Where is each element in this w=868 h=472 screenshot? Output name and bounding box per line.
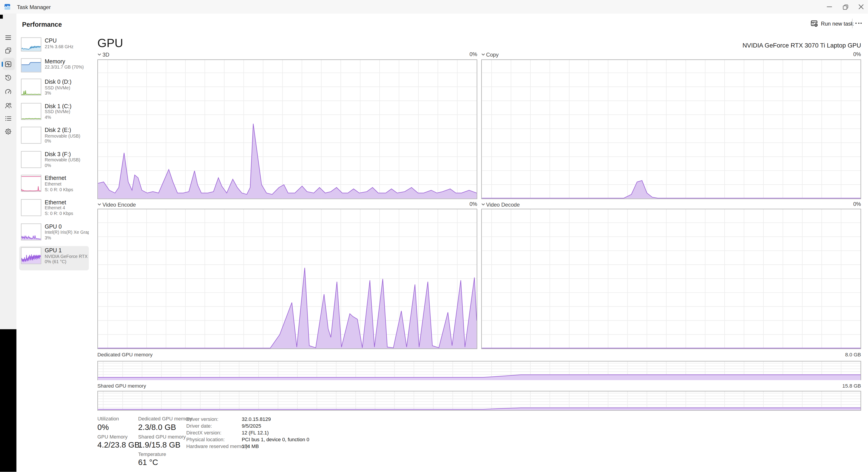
chart-dedicated-memory [97,361,861,380]
device-item-ethernet1[interactable]: Ethernet Ethernet S: 0 R: 0 Kbps [19,174,89,198]
chart-video-decode [481,209,861,349]
device-value: 0% [45,163,81,168]
directx-version-label: DirectX version: [186,430,221,436]
users-icon[interactable] [4,102,12,109]
device-title: Ethernet [45,199,73,206]
cpu-thumbnail-chart [21,37,41,52]
device-title: Disk 0 (D:) [45,79,71,85]
device-detail: Ethernet [45,181,73,187]
driver-date-label: Driver date: [186,423,212,429]
driver-version-label: Driver version: [186,416,219,422]
gpu1-thumbnail-chart [21,247,41,264]
shared-memory-stat-label: Shared GPU memory [138,434,186,439]
dedicated-memory-stat-value: 2.3/8.0 GB [138,422,176,431]
device-item-gpu1-selected[interactable]: GPU 1 NVIDIA GeForce RTX 30 0% (61 °C) [19,246,89,270]
device-detail: NVIDIA GeForce RTX 30 [45,254,89,259]
services-gear-icon[interactable] [4,128,12,135]
device-title: GPU 1 [45,247,89,254]
chart-value-video-encode: 0% [455,201,477,207]
device-value: 3% [45,235,89,241]
chart-header-video-encode[interactable]: Video Encode [97,201,136,208]
chart-copy [481,59,861,199]
gpu-memory-label: GPU Memory [97,434,127,439]
ellipsis-menu-icon[interactable] [856,23,862,24]
device-item-ethernet2[interactable]: Ethernet Ethernet 4 S: 0 R: 0 Kbps [19,198,89,222]
chart-label: Video Decode [486,201,520,207]
app-history-icon[interactable] [4,74,12,82]
utilization-label: Utilization [97,416,119,422]
device-item-gpu0[interactable]: GPU 0 Intel(R) Iris(R) Xe Graphi 3% [19,222,89,246]
chevron-down-icon [97,53,101,56]
minimize-button[interactable] [822,0,837,13]
device-value: S: 0 R: 0 Kbps [45,211,73,216]
device-list: CPU 21% 3.68 GHz Memory 22.3/31.7 GB (70… [19,36,89,270]
device-detail: SSD (NVMe) [45,109,71,115]
chart-header-video-decode[interactable]: Video Decode [481,201,520,208]
nav-rail [0,13,17,329]
details-icon[interactable] [4,114,12,122]
page-title: Performance [22,21,62,27]
header-divider [852,19,853,29]
device-value: 3% [45,91,71,96]
device-detail: Ethernet 4 [45,206,73,211]
run-new-task-button[interactable]: Run new task [811,19,854,29]
device-title: GPU 0 [45,223,89,230]
rail-black-area [0,329,17,472]
device-title: CPU [45,37,73,44]
shared-memory-max: 15.8 GB [827,383,861,388]
close-icon[interactable] [853,0,868,13]
device-item-disk3[interactable]: Disk 3 (F:) Removable (USB) 0% [19,150,89,174]
driver-version-value: 32.0.15.8129 [242,416,271,422]
nav-accent-pill [1,61,2,67]
device-item-memory[interactable]: Memory 22.3/31.7 GB (70%) [19,57,89,77]
device-detail: Intel(R) Iris(R) Xe Graphi [45,230,89,235]
directx-version-value: 12 (FL 12.1) [242,430,269,436]
device-item-disk1[interactable]: Disk 1 (C:) SSD (NVMe) 4% [19,102,89,126]
chevron-down-icon [481,203,485,206]
black-notch [0,15,3,19]
chart-value-copy: 0% [838,51,861,57]
device-detail: Removable (USB) [45,158,81,163]
startup-apps-icon[interactable] [4,88,12,96]
dedicated-memory-stat-label: Dedicated GPU memory [138,416,192,422]
hardware-reserved-memory-value: 174 MB [242,443,259,449]
processes-icon[interactable] [4,47,12,55]
task-manager-app-icon [4,4,10,9]
device-item-disk2[interactable]: Disk 2 (E:) Removable (USB) 0% [19,126,89,149]
dedicated-memory-label: Dedicated GPU memory [97,352,153,358]
chart-header-3d[interactable]: 3D [97,51,110,58]
chart-value-video-decode: 0% [838,201,861,207]
device-item-cpu[interactable]: CPU 21% 3.68 GHz [19,36,89,57]
device-title: Disk 2 (E:) [45,127,81,133]
dedicated-memory-max: 8.0 GB [827,352,861,358]
title-bar[interactable]: Task Manager [0,0,868,13]
chart-3d [97,59,477,199]
run-new-task-icon [811,20,818,27]
utilization-value: 0% [97,422,109,431]
driver-date-value: 9/5/2025 [242,423,261,429]
device-detail: 21% 3.68 GHz [45,44,73,49]
hamburger-menu-icon[interactable] [4,34,12,41]
device-title: Disk 3 (F:) [45,151,81,158]
device-detail: 22.3/31.7 GB (70%) [45,65,84,70]
screen: Task Manager [0,0,868,472]
device-item-disk0[interactable]: Disk 0 (D:) SSD (NVMe) 3% [19,78,89,102]
chevron-down-icon [481,53,485,56]
gpu-device-name: NVIDIA GeForce RTX 3070 Ti Laptop GPU [509,42,861,49]
restore-button[interactable] [837,0,853,13]
disk3-thumbnail-chart [21,151,41,168]
device-value: S: 0 R: 0 Kbps [45,187,73,193]
gpu-memory-value: 4.2/23.8 GB [97,440,140,449]
ethernet2-thumbnail-chart [21,199,41,216]
performance-icon[interactable] [4,60,12,68]
memory-thumbnail-chart [21,58,41,72]
device-title: Ethernet [45,175,73,181]
device-value: 0% [45,139,81,144]
run-new-task-label: Run new task [821,20,854,27]
disk0-thumbnail-chart [21,79,41,96]
physical-location-value: PCI bus 1, device 0, function 0 [242,437,309,442]
chart-value-3d: 0% [455,51,477,57]
gpu-page-title: GPU [97,36,123,50]
chart-header-copy[interactable]: Copy [481,51,499,58]
shared-memory-label: Shared GPU memory [97,383,146,388]
